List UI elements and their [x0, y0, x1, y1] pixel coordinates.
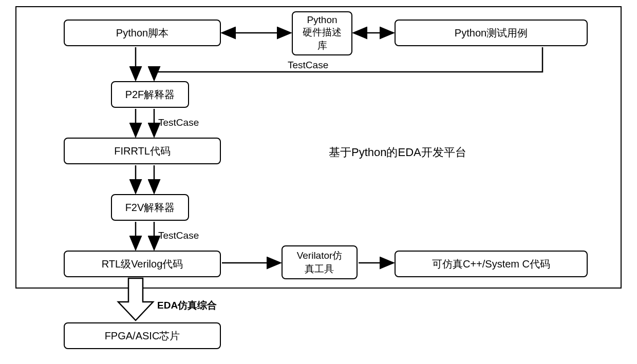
node-rtl-verilog: RTL级Verilog代码	[64, 251, 221, 277]
label-testcase-3: TestCase	[158, 230, 199, 241]
label-testcase-1: TestCase	[288, 60, 328, 71]
node-test-cases: Python测试用例	[395, 20, 588, 46]
node-verilator: Verilator仿 真工具	[282, 245, 358, 279]
node-fpga: FPGA/ASIC芯片	[64, 322, 221, 349]
label-eda: EDA仿真综合	[157, 299, 217, 312]
node-hw-lib: Python 硬件描述 库	[292, 11, 352, 55]
label-testcase-2: TestCase	[158, 117, 199, 128]
node-f2v: F2V解释器	[111, 194, 189, 221]
node-p2f: P2F解释器	[111, 81, 189, 108]
node-cpp-code: 可仿真C++/System C代码	[395, 251, 588, 277]
node-firrtl: FIRRTL代码	[64, 138, 221, 164]
node-python-script: Python脚本	[64, 20, 221, 46]
label-platform-title: 基于Python的EDA开发平台	[329, 145, 466, 160]
